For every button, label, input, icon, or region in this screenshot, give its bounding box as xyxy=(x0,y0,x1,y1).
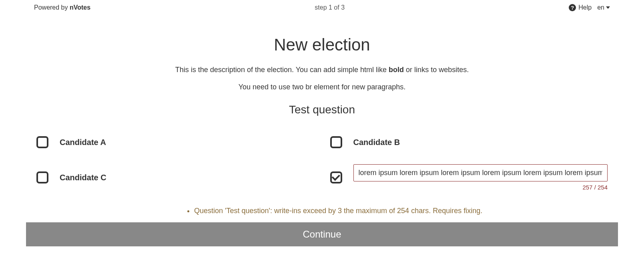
checkbox-icon[interactable] xyxy=(36,171,48,183)
desc-prefix: This is the description of the election.… xyxy=(175,66,389,74)
char-count: 257 / 254 xyxy=(582,184,608,191)
option-candidate-b[interactable]: Candidate B xyxy=(330,136,608,148)
help-link[interactable]: ? Help xyxy=(569,4,592,11)
writein-wrapper: 257 / 254 xyxy=(353,164,608,191)
question-title: Test question xyxy=(34,103,610,116)
option-candidate-a[interactable]: Candidate A xyxy=(36,136,314,148)
error-item: Question 'Test question': write-ins exce… xyxy=(194,207,610,215)
option-label: Candidate B xyxy=(353,138,400,147)
powered-by-prefix: Powered by xyxy=(34,4,70,11)
checkbox-checked-icon[interactable] xyxy=(330,171,342,183)
language-selector[interactable]: en xyxy=(597,4,610,11)
error-list: Question 'Test question': write-ins exce… xyxy=(34,203,610,222)
desc-bold: bold xyxy=(389,66,404,74)
powered-by: Powered by nVotes xyxy=(34,4,90,11)
language-label: en xyxy=(597,4,604,11)
option-label: Candidate C xyxy=(60,173,106,182)
option-label: Candidate A xyxy=(60,138,106,147)
option-candidate-c[interactable]: Candidate C xyxy=(36,164,314,191)
options-grid: Candidate A Candidate B Candidate C 257 … xyxy=(36,136,608,191)
step-indicator: step 1 of 3 xyxy=(315,4,345,11)
option-writein: 257 / 254 xyxy=(330,164,608,191)
top-right-controls: ? Help en xyxy=(569,4,610,11)
brand-name: nVotes xyxy=(70,4,90,11)
help-icon: ? xyxy=(569,4,576,11)
help-label: Help xyxy=(578,4,592,11)
main-content: New election This is the description of … xyxy=(0,15,644,246)
continue-button[interactable]: Continue xyxy=(26,222,618,246)
top-bar: Powered by nVotes step 1 of 3 ? Help en xyxy=(0,0,644,15)
writein-input[interactable] xyxy=(353,164,608,181)
desc-suffix: or links to websites. xyxy=(404,66,469,74)
election-description-line2: You need to use two br element for new p… xyxy=(34,83,610,91)
chevron-down-icon xyxy=(606,6,610,9)
checkbox-icon[interactable] xyxy=(36,136,48,148)
election-description-line1: This is the description of the election.… xyxy=(34,66,610,74)
page-title: New election xyxy=(34,35,610,54)
checkbox-icon[interactable] xyxy=(330,136,342,148)
